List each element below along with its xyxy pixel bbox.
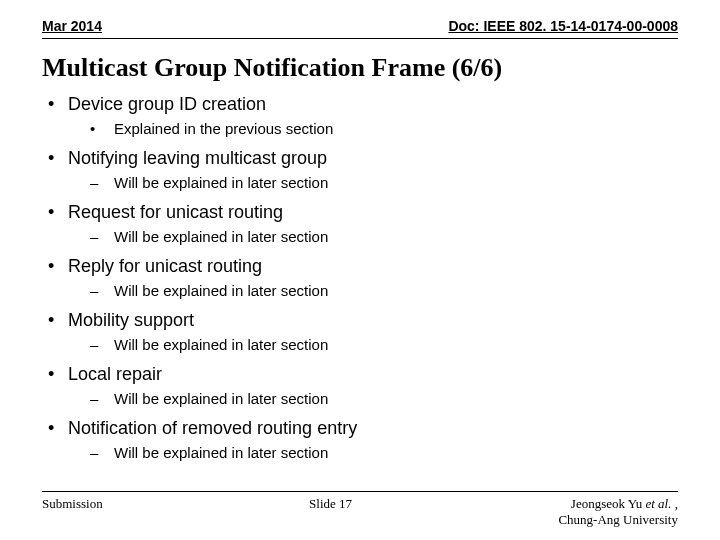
sub-bullet-icon: – xyxy=(90,335,102,355)
footer-center: Slide 17 xyxy=(309,496,352,512)
header: Mar 2014 Doc: IEEE 802. 15-14-0174-00-00… xyxy=(42,18,678,36)
sub-bullet-icon: – xyxy=(90,173,102,193)
list-item: • Reply for unicast routing – Will be ex… xyxy=(48,255,678,301)
bullet-list: • Device group ID creation • Explained i… xyxy=(42,93,678,463)
footer-author-suffix: , xyxy=(671,496,678,511)
bullet-text: Request for unicast routing xyxy=(68,201,283,223)
list-item: – Will be explained in later section xyxy=(90,227,678,247)
list-item: • Explained in the previous section xyxy=(90,119,678,139)
list-item: • Notification of removed routing entry … xyxy=(48,417,678,463)
bullet-text: Notification of removed routing entry xyxy=(68,417,357,439)
footer-right: Jeongseok Yu et al. , Chung-Ang Universi… xyxy=(558,496,678,529)
footer-rule xyxy=(42,491,678,492)
bullet-icon: • xyxy=(48,363,54,385)
sub-bullet-text: Will be explained in later section xyxy=(114,335,328,355)
sub-list: – Will be explained in later section xyxy=(48,173,678,193)
footer-etal: et al. xyxy=(645,496,671,511)
sub-list: • Explained in the previous section xyxy=(48,119,678,139)
header-date: Mar 2014 xyxy=(42,18,102,34)
sub-bullet-icon: – xyxy=(90,227,102,247)
sub-bullet-icon: – xyxy=(90,281,102,301)
bullet-icon: • xyxy=(48,147,54,169)
bullet-icon: • xyxy=(48,201,54,223)
sub-list: – Will be explained in later section xyxy=(48,389,678,409)
bullet-icon: • xyxy=(48,255,54,277)
sub-bullet-text: Will be explained in later section xyxy=(114,173,328,193)
sub-list: – Will be explained in later section xyxy=(48,335,678,355)
list-item: • Notifying leaving multicast group – Wi… xyxy=(48,147,678,193)
sub-bullet-icon: – xyxy=(90,389,102,409)
list-item: – Will be explained in later section xyxy=(90,335,678,355)
list-item: • Local repair – Will be explained in la… xyxy=(48,363,678,409)
bullet-icon: • xyxy=(48,93,54,115)
slide-title: Multicast Group Notification Frame (6/6) xyxy=(42,53,678,83)
footer-author: Jeongseok Yu xyxy=(571,496,646,511)
bullet-text: Notifying leaving multicast group xyxy=(68,147,327,169)
header-doc: Doc: IEEE 802. 15-14-0174-00-0008 xyxy=(448,18,678,34)
list-item: • Request for unicast routing – Will be … xyxy=(48,201,678,247)
footer: Submission Slide 17 Jeongseok Yu et al. … xyxy=(42,491,678,529)
sub-bullet-text: Will be explained in later section xyxy=(114,443,328,463)
bullet-text: Local repair xyxy=(68,363,162,385)
bullet-text: Reply for unicast routing xyxy=(68,255,262,277)
list-item: – Will be explained in later section xyxy=(90,389,678,409)
list-item: – Will be explained in later section xyxy=(90,281,678,301)
header-rule xyxy=(42,38,678,39)
list-item: • Device group ID creation • Explained i… xyxy=(48,93,678,139)
sub-bullet-text: Will be explained in later section xyxy=(114,389,328,409)
bullet-icon: • xyxy=(48,417,54,439)
list-item: – Will be explained in later section xyxy=(90,173,678,193)
bullet-text: Device group ID creation xyxy=(68,93,266,115)
sub-list: – Will be explained in later section xyxy=(48,281,678,301)
bullet-text: Mobility support xyxy=(68,309,194,331)
bullet-icon: • xyxy=(48,309,54,331)
list-item: • Mobility support – Will be explained i… xyxy=(48,309,678,355)
footer-affiliation: Chung-Ang University xyxy=(558,512,678,527)
sub-bullet-text: Will be explained in later section xyxy=(114,227,328,247)
list-item: – Will be explained in later section xyxy=(90,443,678,463)
slide: Mar 2014 Doc: IEEE 802. 15-14-0174-00-00… xyxy=(0,0,720,540)
sub-list: – Will be explained in later section xyxy=(48,443,678,463)
footer-left: Submission xyxy=(42,496,103,512)
sub-list: – Will be explained in later section xyxy=(48,227,678,247)
sub-bullet-text: Explained in the previous section xyxy=(114,119,333,139)
sub-bullet-icon: – xyxy=(90,443,102,463)
sub-bullet-text: Will be explained in later section xyxy=(114,281,328,301)
sub-bullet-icon: • xyxy=(90,119,102,139)
